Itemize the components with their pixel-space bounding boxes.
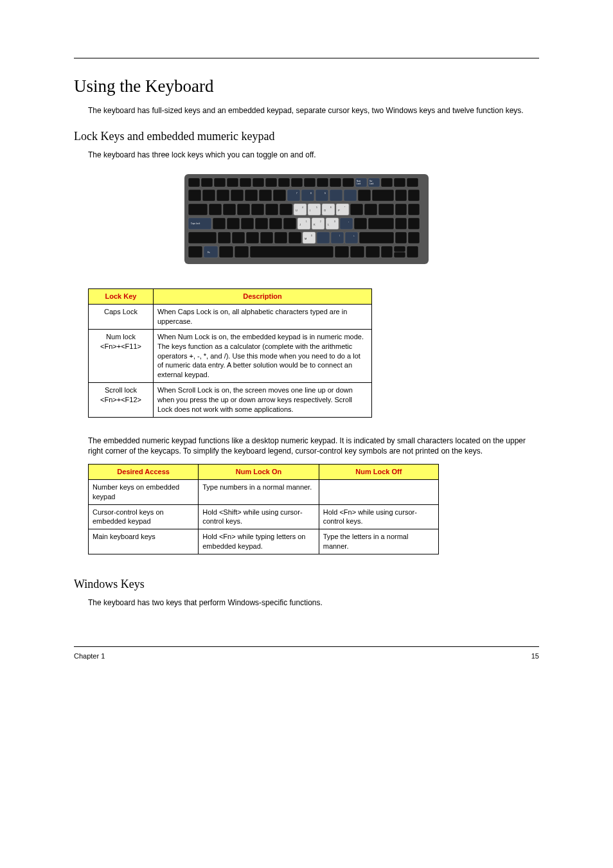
svg-rect-105 [395,232,407,244]
access-cell: Hold <Shift> while using cursor-control … [199,504,319,529]
access-header-off: Num Lock Off [319,465,438,480]
svg-rect-1 [188,178,200,187]
svg-rect-22 [407,178,418,187]
lock-table-header-key: Lock Key [89,289,154,305]
svg-rect-104 [359,232,394,244]
svg-rect-107 [188,246,202,258]
svg-rect-26 [231,190,244,201]
svg-rect-61 [350,204,363,215]
svg-rect-89 [188,232,217,244]
lock-key-cell: Caps Lock [89,305,154,330]
svg-rect-37 [344,190,357,201]
svg-rect-12 [330,178,341,187]
svg-rect-13 [342,178,354,187]
document-page: Using the Keyboard The keyboard has full… [0,0,613,686]
svg-rect-63 [378,204,394,215]
embedded-keypad-paragraph: The embedded numeric keypad functions li… [88,436,539,456]
table-row: Caps Lock When Caps Lock is on, all alph… [89,305,372,330]
svg-rect-85 [354,218,367,229]
access-cell: Main keyboard keys [89,529,199,554]
table-row: Num lock <Fn>+<F11> When Num Lock is on,… [89,329,372,382]
svg-rect-11 [317,178,328,187]
svg-text:Fn: Fn [208,251,210,254]
svg-rect-86 [368,218,394,229]
svg-rect-70 [241,218,254,229]
svg-rect-39 [372,190,394,201]
svg-rect-7 [265,178,277,187]
svg-rect-30 [287,190,300,201]
svg-rect-119 [407,246,418,258]
lock-keys-heading: Lock Keys and embedded mumeric keypad [74,130,539,143]
svg-rect-116 [381,246,393,258]
svg-rect-117 [394,252,405,258]
svg-rect-45 [237,204,250,215]
lock-key-cell: Num lock <Fn>+<F11> [89,329,154,382]
svg-rect-23 [188,190,201,201]
page-footer: Chapter 1 15 [74,652,539,660]
svg-rect-65 [408,204,420,215]
svg-rect-4 [227,178,238,187]
access-header-on: Num Lock On [199,465,319,480]
svg-rect-118 [394,246,405,252]
footer-pagenum: 15 [531,652,539,660]
svg-rect-64 [395,204,407,215]
svg-rect-62 [364,204,377,215]
svg-rect-90 [218,232,231,244]
svg-rect-111 [235,246,249,258]
svg-rect-108 [204,246,218,258]
footer-rule [74,646,539,647]
svg-rect-68 [213,218,226,229]
svg-rect-69 [227,218,240,229]
access-cell: Cursor-control keys on embedded keypad [89,504,199,529]
svg-rect-27 [245,190,258,201]
lock-desc-cell: When Caps Lock is on, all alphabetic cha… [154,305,372,330]
svg-rect-88 [408,218,420,229]
windows-keys-heading: Windows Keys [74,578,539,591]
keyboard-illustration: .kb-body { fill:#555; } .kcap { fill:#11… [184,174,429,264]
svg-rect-44 [223,204,236,215]
svg-rect-93 [260,232,273,244]
svg-rect-29 [273,190,286,201]
windows-keys-lead: The keyboard has two keys that perform W… [88,598,539,608]
svg-rect-102 [345,232,358,244]
lock-key-cell: Scroll lock <Fn>+<F12> [89,383,154,418]
svg-rect-41 [408,190,420,201]
lock-desc-cell: When Scroll Lock is on, the screen moves… [154,383,372,418]
svg-rect-87 [395,218,407,229]
lock-desc-cell: When Num Lock is on, the embedded keypad… [154,329,372,382]
svg-rect-5 [240,178,251,187]
svg-text:Lock: Lock [369,182,374,185]
intro-paragraph: The keyboard has full-sized keys and an … [88,105,539,116]
svg-rect-91 [232,232,245,244]
svg-rect-9 [291,178,303,187]
svg-rect-113 [335,246,349,258]
svg-rect-36 [330,190,342,201]
svg-rect-10 [304,178,315,187]
svg-text:M: M [305,237,306,240]
svg-text:J: J [299,223,301,226]
svg-rect-92 [246,232,259,244]
svg-rect-115 [366,246,380,258]
svg-text:+: + [353,235,355,237]
svg-rect-38 [358,190,371,201]
svg-text:U: U [296,209,298,212]
svg-rect-20 [381,178,393,187]
svg-rect-72 [269,218,282,229]
lock-table-header-desc: Description [154,289,372,305]
svg-rect-110 [219,246,233,258]
svg-rect-2 [201,178,213,187]
svg-rect-8 [278,178,290,187]
table-row: Main keyboard keys Hold <Fn> while typin… [89,529,439,554]
svg-rect-34 [315,190,328,201]
page-title: Using the Keyboard [74,76,539,96]
svg-rect-21 [394,178,405,187]
svg-rect-48 [280,204,292,215]
svg-text:Caps Lock: Caps Lock [191,222,200,225]
access-cell: Hold <Fn> while typing letters on embedd… [199,529,319,554]
svg-text:P: P [338,209,340,212]
access-cell: Hold <Fn> while using cursor-control key… [319,504,438,529]
svg-rect-40 [395,190,407,201]
svg-rect-71 [255,218,268,229]
footer-chapter: Chapter 1 [74,652,105,660]
svg-rect-73 [283,218,296,229]
